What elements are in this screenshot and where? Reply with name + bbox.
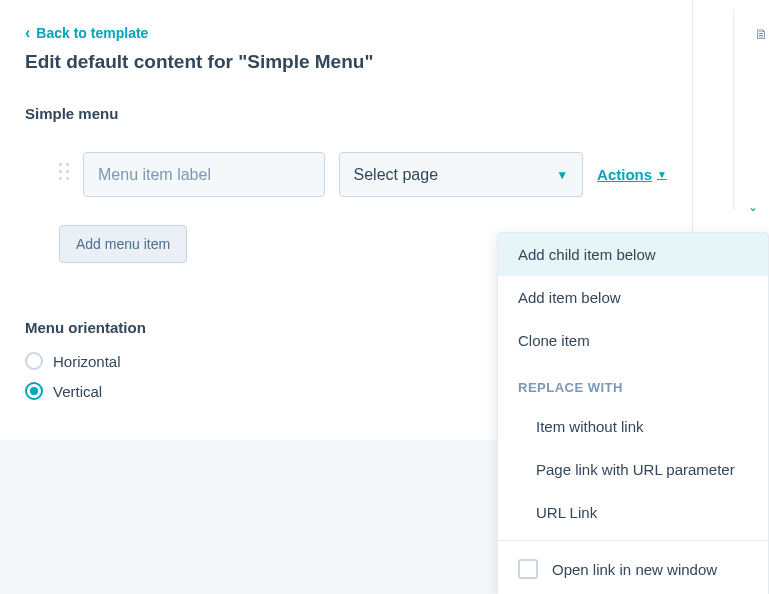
radio-label: Horizontal: [53, 353, 121, 370]
actions-text: Actions: [597, 166, 652, 183]
menu-item-label-input[interactable]: [83, 152, 325, 197]
checkbox-label: Open link in new window: [552, 561, 717, 578]
radio-inner-icon: [30, 387, 38, 395]
actions-dropdown-menu: Add child item below Add item below Clon…: [497, 232, 769, 594]
radio-icon: [25, 352, 43, 370]
chevron-down-icon[interactable]: ⌄: [748, 200, 758, 214]
dropdown-page-link-url-param[interactable]: Page link with URL parameter: [498, 448, 768, 491]
simple-menu-label: Simple menu: [25, 105, 667, 122]
chevron-left-icon: ‹: [25, 25, 30, 41]
dropdown-item-without-link[interactable]: Item without link: [498, 405, 768, 448]
drag-handle-icon[interactable]: [59, 163, 69, 187]
menu-item-row: Select page ▼ Actions ▼: [25, 152, 667, 197]
dropdown-replace-header: REPLACE WITH: [498, 362, 768, 405]
caret-down-icon: ▼: [657, 169, 667, 180]
radio-icon: [25, 382, 43, 400]
dropdown-open-new-window-row[interactable]: Open link in new window: [498, 540, 768, 594]
page-title: Edit default content for "Simple Menu": [25, 51, 667, 73]
dropdown-clone-item[interactable]: Clone item: [498, 319, 768, 362]
dropdown-add-child-below[interactable]: Add child item below: [498, 233, 768, 276]
radio-label: Vertical: [53, 383, 102, 400]
dropdown-url-link[interactable]: URL Link: [498, 491, 768, 534]
select-page-dropdown[interactable]: Select page ▼: [339, 152, 584, 197]
actions-button[interactable]: Actions ▼: [597, 166, 667, 183]
caret-down-icon: ▼: [556, 168, 568, 182]
back-link-text: Back to template: [36, 25, 148, 41]
right-card: 🗎: [733, 10, 769, 210]
checkbox-icon[interactable]: [518, 559, 538, 579]
back-to-template-link[interactable]: ‹ Back to template: [25, 25, 667, 41]
select-page-text: Select page: [354, 166, 439, 184]
document-icon: 🗎: [754, 26, 768, 42]
add-menu-item-button[interactable]: Add menu item: [59, 225, 187, 263]
dropdown-add-item-below[interactable]: Add item below: [498, 276, 768, 319]
